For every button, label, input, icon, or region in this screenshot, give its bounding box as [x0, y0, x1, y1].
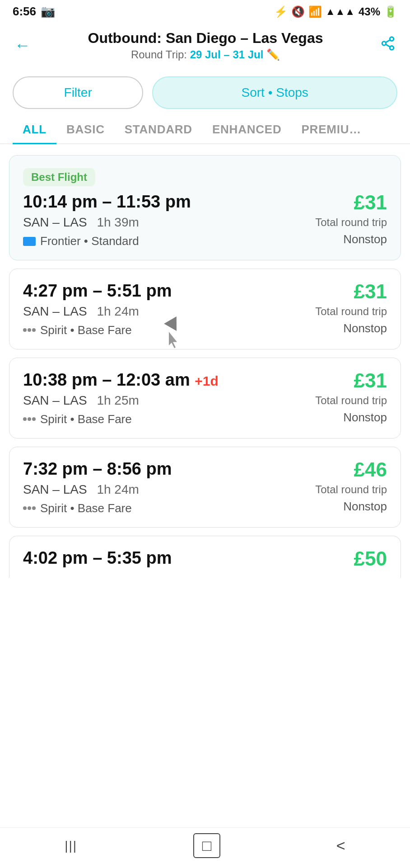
card-main-3: 10:38 pm – 12:03 am +1d SAN – LAS 1h 25m… — [23, 371, 387, 426]
flight-carrier-2: Spirit • Base Fare — [23, 323, 172, 337]
status-time: 6:56 — [13, 5, 36, 19]
filter-button[interactable]: Filter — [13, 76, 143, 109]
signal-icon: ▲▲▲ — [326, 6, 355, 18]
card-right-4: £46 Total round trip Nonstop — [315, 460, 387, 514]
mute-icon: 🔇 — [291, 5, 305, 18]
flight-route-4: SAN – LAS 1h 24m — [23, 482, 172, 497]
card-left-1: 10:14 pm – 11:53 pm SAN – LAS 1h 39m Fro… — [23, 193, 191, 248]
battery-icon: 🔋 — [384, 5, 397, 18]
edit-icon[interactable]: ✏️ — [266, 48, 280, 61]
card-right-1: £31 Total round trip Nonstop — [315, 193, 387, 246]
tab-premium[interactable]: PREMIU… — [291, 115, 371, 143]
battery-status: 43% — [359, 5, 380, 18]
svg-line-3 — [386, 44, 390, 47]
card-left-3: 10:38 pm – 12:03 am +1d SAN – LAS 1h 25m… — [23, 371, 219, 426]
price-1: £31 — [315, 193, 387, 212]
card-right-5: £50 — [354, 549, 387, 569]
nonstop-label-1: Nonstop — [315, 232, 387, 246]
tab-all[interactable]: ALL — [13, 115, 56, 144]
nav-home-button[interactable]: □ — [193, 833, 221, 858]
flight-carrier-4: Spirit • Base Fare — [23, 501, 172, 515]
carrier-name-3: Spirit • Base Fare — [40, 412, 132, 426]
spirit-icon-3 — [23, 417, 36, 421]
carrier-name-2: Spirit • Base Fare — [40, 323, 132, 337]
flight-card-1[interactable]: Best Flight 10:14 pm – 11:53 pm SAN – LA… — [9, 155, 401, 260]
status-left: 6:56 📷 — [13, 5, 55, 19]
camera-icon: 📷 — [41, 5, 55, 19]
flight-time-5: 4:02 pm – 5:35 pm — [23, 549, 172, 568]
sort-button[interactable]: Sort • Stops — [152, 76, 397, 109]
flight-card-4[interactable]: 7:32 pm – 8:56 pm SAN – LAS 1h 24m Spiri… — [9, 447, 401, 528]
nonstop-label-3: Nonstop — [315, 410, 387, 425]
card-main-5: 4:02 pm – 5:35 pm £50 — [23, 549, 387, 569]
price-5: £50 — [354, 549, 387, 569]
flight-route-1: SAN – LAS 1h 39m — [23, 215, 191, 230]
price-4: £46 — [315, 460, 387, 480]
card-right-2: £31 Total round trip Nonstop — [315, 282, 387, 335]
card-left-5: 4:02 pm – 5:35 pm — [23, 549, 172, 568]
carrier-name-1: Frontier • Standard — [40, 234, 139, 248]
header-subtitle: Round Trip: 29 Jul – 31 Jul ✏️ — [33, 48, 378, 61]
price-3: £31 — [315, 371, 387, 391]
bluetooth-icon: ⚡ — [274, 5, 288, 18]
flight-time-3: 10:38 pm – 12:03 am +1d — [23, 371, 219, 390]
duration-2: 1h 24m — [97, 304, 139, 318]
wifi-icon: 📶 — [308, 5, 322, 18]
duration-1: 1h 39m — [97, 215, 139, 229]
flight-card-3[interactable]: 10:38 pm – 12:03 am +1d SAN – LAS 1h 25m… — [9, 358, 401, 439]
flight-time-1: 10:14 pm – 11:53 pm — [23, 193, 191, 212]
round-trip-label-4: Total round trip — [315, 483, 387, 496]
card-main-2: 4:27 pm – 5:51 pm SAN – LAS 1h 24m Spiri… — [23, 282, 387, 337]
route-3: SAN – LAS — [23, 393, 87, 407]
duration-4: 1h 24m — [97, 482, 139, 496]
status-bar: 6:56 📷 ⚡ 🔇 📶 ▲▲▲ 43% 🔋 — [0, 0, 410, 21]
nav-back-button[interactable]: < — [323, 832, 359, 859]
flight-route-2: SAN – LAS 1h 24m — [23, 304, 172, 319]
round-trip-prefix: Round Trip: — [131, 48, 187, 61]
spirit-icon-2 — [23, 328, 36, 332]
tab-basic[interactable]: BASIC — [56, 115, 115, 143]
card-main-1: 10:14 pm – 11:53 pm SAN – LAS 1h 39m Fro… — [23, 193, 387, 248]
route-2: SAN – LAS — [23, 304, 87, 318]
carrier-name-4: Spirit • Base Fare — [40, 501, 132, 515]
flight-carrier-3: Spirit • Base Fare — [23, 412, 219, 426]
status-right: ⚡ 🔇 📶 ▲▲▲ 43% 🔋 — [274, 5, 397, 18]
best-flight-badge: Best Flight — [23, 168, 95, 186]
price-2: £31 — [315, 282, 387, 302]
card-right-3: £31 Total round trip Nonstop — [315, 371, 387, 425]
flight-card-5[interactable]: 4:02 pm – 5:35 pm £50 — [9, 536, 401, 578]
frontier-icon — [23, 237, 36, 246]
flight-time-4: 7:32 pm – 8:56 pm — [23, 460, 172, 479]
flights-list: Best Flight 10:14 pm – 11:53 pm SAN – LA… — [0, 151, 410, 627]
flight-time-2: 4:27 pm – 5:51 pm — [23, 282, 172, 301]
nav-bar: ||| □ < — [0, 827, 410, 868]
share-button[interactable] — [378, 34, 397, 57]
header-center: Outbound: San Diego – Las Vegas Round Tr… — [33, 29, 378, 61]
plus-day-3: +1d — [195, 373, 219, 388]
svg-line-4 — [386, 40, 390, 42]
nonstop-label-4: Nonstop — [315, 500, 387, 514]
tab-standard[interactable]: STANDARD — [115, 115, 202, 143]
page-header: ← Outbound: San Diego – Las Vegas Round … — [0, 21, 410, 67]
flight-route-3: SAN – LAS 1h 25m — [23, 393, 219, 408]
round-trip-label-3: Total round trip — [315, 394, 387, 407]
fare-tabs: ALL BASIC STANDARD ENHANCED PREMIU… — [0, 115, 410, 144]
duration-3: 1h 25m — [97, 393, 139, 407]
nav-menu-button[interactable]: ||| — [51, 834, 91, 858]
route-4: SAN – LAS — [23, 482, 87, 496]
tab-enhanced[interactable]: ENHANCED — [202, 115, 292, 143]
round-trip-label-2: Total round trip — [315, 305, 387, 318]
spirit-icon-4 — [23, 506, 36, 510]
card-left-4: 7:32 pm – 8:56 pm SAN – LAS 1h 24m Spiri… — [23, 460, 172, 515]
nonstop-label-2: Nonstop — [315, 321, 387, 335]
route-1: SAN – LAS — [23, 215, 87, 229]
round-trip-label-1: Total round trip — [315, 216, 387, 229]
filter-sort-row: Filter Sort • Stops — [0, 67, 410, 115]
card-main-4: 7:32 pm – 8:56 pm SAN – LAS 1h 24m Spiri… — [23, 460, 387, 515]
back-button[interactable]: ← — [13, 34, 33, 57]
page-title: Outbound: San Diego – Las Vegas — [33, 29, 378, 47]
flight-carrier-1: Frontier • Standard — [23, 234, 191, 248]
date-range[interactable]: 29 Jul – 31 Jul — [190, 48, 264, 61]
flight-card-2[interactable]: 4:27 pm – 5:51 pm SAN – LAS 1h 24m Spiri… — [9, 269, 401, 349]
card-left-2: 4:27 pm – 5:51 pm SAN – LAS 1h 24m Spiri… — [23, 282, 172, 337]
